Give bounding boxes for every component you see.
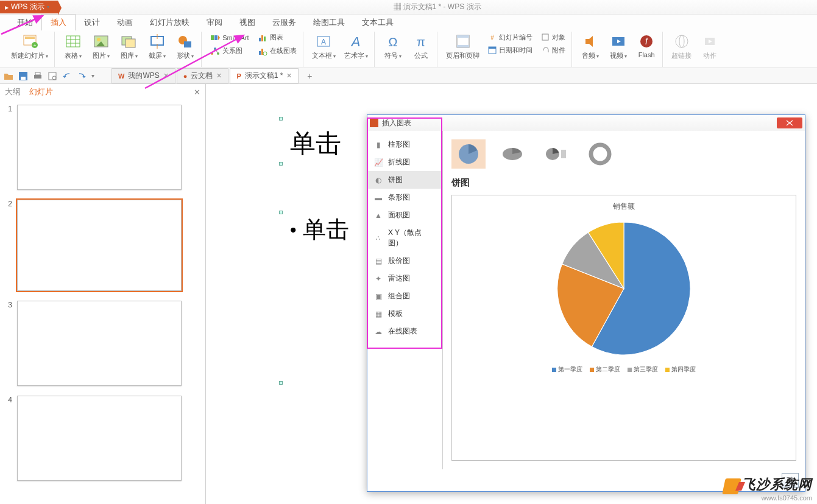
equation-icon: π	[412, 33, 430, 50]
new-slide-button[interactable]: + 新建幻灯片 ▾	[9, 32, 51, 61]
qa-overflow[interactable]: ▾	[91, 72, 94, 79]
chart-category-4[interactable]: ▲面积图	[367, 206, 442, 224]
smartart-button[interactable]: SmartArt	[208, 32, 251, 44]
category-icon: ▲	[373, 211, 383, 220]
pie-subtype-bar[interactable]	[539, 139, 573, 169]
slide-thumbnails[interactable]: 1234	[0, 100, 205, 504]
chart-category-list: ▮柱形图📈折线图◐饼图▬条形图▲面积图∴X Y（散点图）▤股价图✦雷达图▣组合图…	[367, 131, 443, 469]
chart-category-5[interactable]: ∴X Y（散点图）	[367, 224, 442, 252]
attachment-button[interactable]: 附件	[539, 44, 568, 56]
screenshot-button[interactable]: 截屏 ▾	[145, 32, 169, 61]
svg-point-32	[263, 52, 267, 55]
pie-subtype-doughnut[interactable]	[583, 139, 617, 169]
chart-preview: 销售额 第一季度第二季度第三季度第四季度	[451, 195, 796, 461]
outline-tab[interactable]: 大纲	[5, 86, 21, 97]
picture-icon	[93, 33, 110, 50]
save-icon[interactable]	[18, 71, 28, 81]
svg-rect-43	[489, 47, 496, 49]
menu-tab-8[interactable]: 绘图工具	[305, 15, 353, 30]
header-footer-button[interactable]: 页眉和页脚	[444, 32, 482, 61]
online-chart-button[interactable]: 在线图表	[255, 45, 299, 57]
category-icon: ▤	[373, 256, 383, 266]
shapes-button[interactable]: 形状 ▾	[173, 32, 197, 61]
close-panel-icon[interactable]: ✕	[194, 88, 200, 97]
pie-subtype-3d[interactable]	[495, 139, 529, 169]
menu-tab-2[interactable]: 设计	[76, 15, 108, 30]
menu-tab-0[interactable]: 开始	[9, 15, 41, 30]
menu-tab-3[interactable]: 动画	[108, 15, 141, 30]
table-button[interactable]: 表格 ▾	[61, 32, 85, 61]
menu-tab-4[interactable]: 幻灯片放映	[141, 15, 198, 30]
pie-subtype-2d[interactable]	[451, 139, 486, 169]
chart-button[interactable]: 图表	[255, 32, 299, 44]
action-button[interactable]: 动作	[698, 32, 722, 61]
slide-thumb-4[interactable]	[17, 396, 182, 481]
menu-tab-9[interactable]: 文本工具	[353, 15, 402, 30]
menu-tab-7[interactable]: 云服务	[264, 15, 305, 30]
menu-tab-5[interactable]: 审阅	[198, 15, 231, 30]
body-placeholder[interactable]: • 单击	[290, 214, 349, 245]
chart-category-6[interactable]: ▤股价图	[367, 252, 442, 270]
app-menu-button[interactable]: ▸ WPS 演示 ▾	[0, 1, 58, 13]
svg-point-67	[591, 145, 609, 163]
equation-button[interactable]: π 公式	[409, 32, 433, 61]
category-icon: 📈	[373, 158, 383, 167]
chart-category-0[interactable]: ▮柱形图	[367, 136, 442, 153]
dialog-close-button[interactable]	[777, 117, 802, 128]
chart-category-10[interactable]: ☁在线图表	[367, 323, 442, 340]
svg-marker-54	[4, 74, 13, 80]
gallery-icon	[121, 33, 138, 50]
redo-icon[interactable]	[77, 71, 87, 81]
close-tab-icon[interactable]: ✕	[163, 72, 169, 80]
chart-category-9[interactable]: ▦模板	[367, 305, 442, 323]
slide-thumb-3[interactable]	[17, 301, 182, 386]
textbox-button[interactable]: A 文本框 ▾	[309, 32, 338, 61]
symbol-button[interactable]: Ω 符号 ▾	[381, 32, 405, 61]
flash-button[interactable]: f Flash	[634, 32, 659, 60]
close-tab-icon[interactable]: ✕	[286, 72, 292, 80]
chart-preview-title: 销售额	[613, 201, 635, 212]
datetime-button[interactable]: 日期和时间	[486, 44, 535, 56]
doc-tab-0[interactable]: W我的WPS✕	[111, 68, 175, 83]
slide-thumb-1[interactable]	[17, 105, 182, 190]
number-icon: #	[488, 33, 497, 41]
title-placeholder[interactable]: 单击	[290, 127, 341, 161]
chart-category-1[interactable]: 📈折线图	[367, 153, 442, 171]
menu-tab-6[interactable]: 视图	[231, 15, 264, 30]
object-button[interactable]: 对象	[539, 32, 568, 43]
video-button[interactable]: 视频 ▾	[606, 32, 631, 61]
close-tab-icon[interactable]: ✕	[216, 72, 222, 80]
print-icon[interactable]	[33, 71, 43, 81]
svg-marker-21	[218, 35, 220, 40]
chart-category-8[interactable]: ▣组合图	[367, 287, 442, 305]
slides-tab[interactable]: 幻灯片	[29, 86, 53, 97]
slide-number-button[interactable]: #幻灯片编号	[486, 32, 535, 43]
gallery-button[interactable]: 图库 ▾	[117, 32, 141, 61]
open-icon[interactable]	[4, 71, 13, 81]
picture-button[interactable]: 图片 ▾	[89, 32, 113, 61]
audio-button[interactable]: 音频 ▾	[578, 32, 603, 61]
svg-line-25	[212, 49, 215, 54]
relation-button[interactable]: 关系图	[208, 45, 251, 57]
svg-rect-56	[21, 77, 26, 80]
chart-category-3[interactable]: ▬条形图	[367, 189, 442, 206]
header-footer-icon	[454, 33, 472, 50]
chart-category-7[interactable]: ✦雷达图	[367, 270, 442, 287]
chart-icon	[258, 33, 267, 43]
hyperlink-button[interactable]: 超链接	[669, 32, 694, 61]
wordart-button[interactable]: A 艺术字 ▾	[342, 32, 370, 61]
undo-icon[interactable]	[62, 71, 72, 81]
category-icon: ▬	[373, 193, 383, 203]
video-icon	[610, 33, 627, 50]
svg-rect-1	[25, 37, 35, 39]
doc-tab-2[interactable]: P演示文稿1 *✕	[230, 68, 299, 83]
new-slide-icon: +	[21, 33, 38, 50]
menu-tab-1[interactable]: 插入	[41, 14, 76, 30]
calendar-icon	[488, 46, 497, 54]
chart-category-2[interactable]: ◐饼图	[367, 171, 442, 189]
new-tab-button[interactable]: +	[303, 71, 316, 81]
doc-tab-1[interactable]: ●云文档✕	[177, 68, 229, 83]
dialog-titlebar[interactable]: 插入图表	[367, 115, 805, 131]
slide-thumb-2[interactable]	[17, 200, 182, 291]
print-preview-icon[interactable]	[48, 71, 57, 81]
